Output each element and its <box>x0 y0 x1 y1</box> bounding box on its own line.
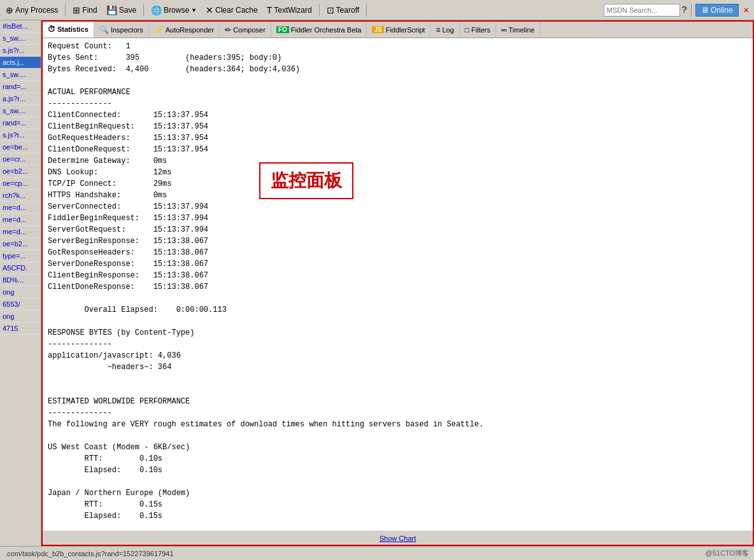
target-icon: ⊕ <box>6 5 13 15</box>
sidebar-item-7[interactable]: s_sw.... <box>0 105 41 117</box>
find-icon: ⊞ <box>73 5 80 15</box>
tab-log[interactable]: ≡Log <box>430 22 459 38</box>
save-button[interactable]: 💾 Save <box>103 4 139 17</box>
sidebar-item-3[interactable]: acts.j... <box>0 57 41 69</box>
sidebar-item-25[interactable]: 4715 <box>0 323 41 335</box>
browse-dropdown-icon: ▼ <box>191 7 197 13</box>
sidebar-item-8[interactable]: rand=... <box>0 117 41 129</box>
sidebar-item-21[interactable]: 8D%... <box>0 274 41 286</box>
sidebar-item-17[interactable]: me=d... <box>0 226 41 238</box>
clear-cache-button[interactable]: ✕ Clear Cache <box>203 4 261 17</box>
msdn-search-area: ? <box>604 4 686 17</box>
sidebar-item-1[interactable]: s_sw.... <box>0 32 41 45</box>
find-button[interactable]: ⊞ Find <box>69 4 100 17</box>
sidebar-item-10[interactable]: oe=be... <box>0 141 41 153</box>
show-chart-bar: Show Chart <box>43 531 753 545</box>
online-label: Online <box>711 6 733 15</box>
sidebar-item-23[interactable]: 6553/ <box>0 298 41 311</box>
annotation-box: 监控面板 <box>259 162 353 199</box>
sidebar-item-13[interactable]: oe=cp... <box>0 178 41 190</box>
main-area: #isBet...s_sw....s.js?r...acts.j...s_sw.… <box>0 20 754 546</box>
composer-tab-label: Composer <box>233 26 266 34</box>
tab-fiddler-orchestra[interactable]: FOFiddler Orchestra Beta <box>271 22 367 38</box>
sep3 <box>319 4 320 17</box>
clear-cache-icon: ✕ <box>206 5 213 15</box>
tab-inspectors[interactable]: 🔍Inspectors <box>94 22 149 38</box>
any-process-label: Any Process <box>15 6 58 15</box>
sidebar-item-16[interactable]: me=d... <box>0 214 41 226</box>
sep5 <box>691 4 692 17</box>
text-wizard-label: TextWizard <box>274 6 311 15</box>
timeline-tab-label: Timeline <box>509 26 535 34</box>
sidebar-item-4[interactable]: s_sw.... <box>0 69 41 81</box>
browse-label: Browse <box>164 6 189 15</box>
tearoff-icon: ⊡ <box>327 5 334 15</box>
fiddler-orchestra-tab-icon: FO <box>276 26 289 33</box>
log-tab-icon: ≡ <box>436 25 440 34</box>
toolbar: ⊕ Any Process ⊞ Find 💾 Save 🌐 Browse ▼ ✕… <box>0 0 754 20</box>
sidebar-item-11[interactable]: oe=cr... <box>0 153 41 165</box>
sidebar-item-9[interactable]: s.js?r... <box>0 129 41 141</box>
tearoff-button[interactable]: ⊡ Tearoff <box>324 4 362 17</box>
statistics-tab-icon: ⏱ <box>48 25 55 34</box>
bottom-bar: .com/task/pdc_b2b_contacts.js?rand=15227… <box>0 546 754 560</box>
content-area: Request Count: 1 Bytes Sent: 395 (header… <box>43 38 753 531</box>
text-wizard-button[interactable]: T TextWizard <box>264 4 315 17</box>
sep2 <box>143 4 144 17</box>
fiddlerscript-tab-icon: JS <box>372 26 383 33</box>
clear-cache-label: Clear Cache <box>215 6 258 15</box>
autoresponder-tab-icon: ⚡ <box>154 25 164 34</box>
tab-filters[interactable]: □Filters <box>460 22 496 38</box>
tearoff-label: Tearoff <box>336 6 359 15</box>
inspectors-tab-label: Inspectors <box>111 26 143 34</box>
composer-tab-icon: ✏ <box>225 25 231 34</box>
sep1 <box>65 4 66 17</box>
online-button[interactable]: 🖥 Online <box>695 4 739 17</box>
any-process-button[interactable]: ⊕ Any Process <box>3 4 61 17</box>
sidebar: #isBet...s_sw....s.js?r...acts.j...s_sw.… <box>0 20 41 546</box>
tab-autoresponder[interactable]: ⚡AutoResponder <box>149 22 220 38</box>
sidebar-item-20[interactable]: A5CFD. <box>0 262 41 274</box>
tabs-bar: ⏱Statistics🔍Inspectors⚡AutoResponder✏Com… <box>43 22 753 38</box>
help-icon[interactable]: ? <box>681 5 686 15</box>
sidebar-item-2[interactable]: s.js?r... <box>0 45 41 57</box>
sidebar-item-12[interactable]: oe=b2... <box>0 165 41 178</box>
tab-statistics[interactable]: ⏱Statistics <box>43 22 94 38</box>
sep4 <box>366 4 367 17</box>
bottom-url: .com/task/pdc_b2b_contacts.js?rand=15227… <box>5 550 174 557</box>
online-icon: 🖥 <box>701 6 709 15</box>
sidebar-item-5[interactable]: rand=... <box>0 81 41 93</box>
sidebar-item-14[interactable]: rch?k... <box>0 190 41 202</box>
filters-tab-icon: □ <box>465 25 469 34</box>
sidebar-item-18[interactable]: oe=b2... <box>0 238 41 250</box>
sidebar-item-15[interactable]: me=d... <box>0 202 41 214</box>
statistics-tab-label: Statistics <box>57 25 89 33</box>
right-panel: ⏱Statistics🔍Inspectors⚡AutoResponder✏Com… <box>41 20 754 546</box>
annotation-text: 监控面板 <box>271 171 342 190</box>
stats-content: Request Count: 1 Bytes Sent: 395 (header… <box>48 41 748 531</box>
timeline-tab-icon: ═ <box>501 25 507 34</box>
sidebar-item-6[interactable]: a.js?r... <box>0 93 41 105</box>
content-outer: Request Count: 1 Bytes Sent: 395 (header… <box>43 38 753 531</box>
msdn-search-input[interactable] <box>604 4 680 17</box>
sidebar-item-24[interactable]: ong <box>0 311 41 323</box>
save-icon: 💾 <box>106 5 117 15</box>
tab-fiddlerscript[interactable]: JSFiddlerScript <box>367 22 430 38</box>
tab-composer[interactable]: ✏Composer <box>220 22 271 38</box>
inspectors-tab-icon: 🔍 <box>99 25 109 34</box>
filters-tab-label: Filters <box>471 26 490 34</box>
log-tab-label: Log <box>442 26 453 34</box>
show-chart-link[interactable]: Show Chart <box>380 535 416 542</box>
find-label: Find <box>82 6 97 15</box>
tab-timeline[interactable]: ═Timeline <box>496 22 541 38</box>
sidebar-item-19[interactable]: type=... <box>0 250 41 262</box>
sidebar-item-0[interactable]: #isBet... <box>0 20 41 32</box>
bottom-watermark: @51CTO博客 <box>706 549 749 558</box>
browse-icon: 🌐 <box>151 5 162 15</box>
sidebar-item-22[interactable]: ong <box>0 286 41 298</box>
fiddler-orchestra-tab-label: Fiddler Orchestra Beta <box>291 26 362 34</box>
fiddlerscript-tab-label: FiddlerScript <box>386 26 425 34</box>
close-button[interactable]: ✕ <box>741 4 751 15</box>
save-label: Save <box>119 6 136 15</box>
browse-button[interactable]: 🌐 Browse ▼ <box>148 4 200 17</box>
